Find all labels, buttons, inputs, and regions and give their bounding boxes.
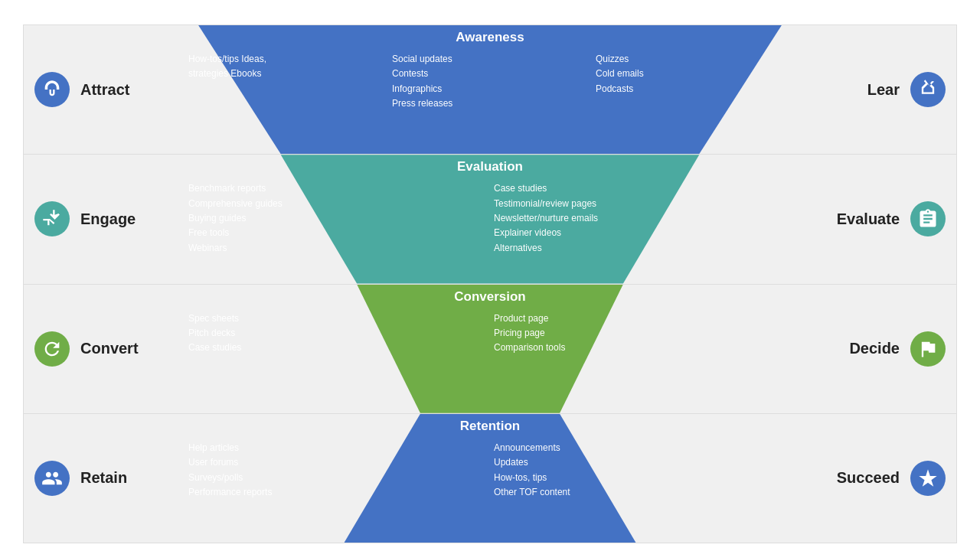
right-label-conversion: Decide <box>849 340 900 357</box>
funnel-header-retention: Retention <box>173 414 807 438</box>
circle-icon-left-conversion <box>34 331 70 367</box>
side-left-retention: Retain <box>24 414 173 543</box>
right-label-awareness: Lear <box>867 81 900 99</box>
funnel-item: How-tos, tips <box>494 471 792 484</box>
funnel-col-2-retention: AnnouncementsUpdatesHow-tos, tipsOther T… <box>494 442 792 536</box>
funnel-item: Cold emails <box>596 67 792 80</box>
funnel-content-evaluation: Benchmark reportsComprehensive guidesBuy… <box>173 178 807 283</box>
funnel-item: Explainer videos <box>494 227 792 240</box>
funnel-item: Case studies <box>494 182 792 195</box>
funnel-item: Alternatives <box>494 242 792 255</box>
funnel-item: Contests <box>392 67 588 80</box>
funnel-col-1-awareness: How-tos/tips Ideas,strategies Ebooks <box>188 53 384 148</box>
funnel-item: Press releases <box>392 97 588 110</box>
funnel-item: Webinars <box>188 242 486 255</box>
funnel-center-awareness: Awareness How-tos/tips Ideas,strategies … <box>173 25 807 154</box>
funnel-wrapper: Attract Awareness How-tos/tips Ideas,str… <box>23 24 957 543</box>
funnel-row-conversion: Convert Conversion Spec sheetsPitch deck… <box>24 285 956 414</box>
funnel-item: Pitch decks <box>188 327 486 340</box>
circle-icon-right-conversion <box>910 331 946 367</box>
funnel-item: Benchmark reports <box>188 182 486 195</box>
funnel-content-retention: Help articlesUser forumsSurveys/pollsPer… <box>173 438 807 543</box>
funnel-item: Announcements <box>494 442 792 455</box>
side-left-conversion: Convert <box>24 285 173 413</box>
funnel-item: Social updates <box>392 53 588 66</box>
right-label-evaluation: Evaluate <box>837 210 900 228</box>
funnel-item: Product page <box>494 312 792 325</box>
funnel-item: Performance reports <box>188 486 486 499</box>
funnel-header-awareness: Awareness <box>173 25 807 49</box>
circle-icon-right-retention <box>910 461 946 496</box>
funnel-item: Quizzes <box>596 53 792 66</box>
left-label-retention: Retain <box>80 469 127 487</box>
side-left-evaluation: Engage <box>24 155 173 283</box>
funnel-item: Help articles <box>188 442 486 455</box>
funnel-col-3: QuizzesCold emailsPodcasts <box>596 53 792 148</box>
side-left-awareness: Attract <box>24 25 173 154</box>
funnel-item: strategies Ebooks <box>188 67 384 80</box>
funnel-center-evaluation: Evaluation Benchmark reportsComprehensiv… <box>173 155 807 283</box>
circle-icon-left-evaluation <box>34 201 70 236</box>
funnel-col-2-conversion: Product pagePricing pageComparison tools <box>494 312 792 407</box>
side-right-awareness: Lear <box>807 25 956 154</box>
funnel-item: Pricing page <box>494 327 792 340</box>
left-label-awareness: Attract <box>80 81 129 99</box>
funnel-shape-evaluation: Evaluation Benchmark reportsComprehensiv… <box>173 155 807 283</box>
funnel-col-2-evaluation: Case studiesTestimonial/review pagesNews… <box>494 182 792 277</box>
page: Attract Awareness How-tos/tips Ideas,str… <box>0 0 980 551</box>
circle-icon-left-retention <box>34 461 70 496</box>
funnel-item: User forums <box>188 456 486 469</box>
funnel-header-conversion: Conversion <box>173 285 807 308</box>
funnel-item: Free tools <box>188 227 486 240</box>
funnel-item: Buying guides <box>188 212 486 225</box>
circle-icon-left-awareness <box>34 72 70 107</box>
left-label-conversion: Convert <box>80 340 139 357</box>
funnel-shape-retention: Retention Help articlesUser forumsSurvey… <box>173 414 807 543</box>
funnel-item: Spec sheets <box>188 312 486 325</box>
funnel-item: Comparison tools <box>494 341 792 354</box>
funnel-item: Podcasts <box>596 83 792 96</box>
funnel-shape-awareness: Awareness How-tos/tips Ideas,strategies … <box>173 25 807 154</box>
funnel-content-awareness: How-tos/tips Ideas,strategies Ebooks Soc… <box>173 49 807 154</box>
funnel-center-retention: Retention Help articlesUser forumsSurvey… <box>173 414 807 543</box>
funnel-col-1-conversion: Spec sheetsPitch decksCase studies <box>188 312 486 407</box>
funnel-row-awareness: Attract Awareness How-tos/tips Ideas,str… <box>24 25 956 155</box>
funnel-row-retention: Retain Retention Help articlesUser forum… <box>24 414 956 543</box>
funnel-item: Comprehensive guides <box>188 197 486 210</box>
funnel-item: Testimonial/review pages <box>494 197 792 210</box>
funnel-item: Case studies <box>188 341 486 354</box>
funnel-content-conversion: Spec sheetsPitch decksCase studies Produ… <box>173 308 807 413</box>
funnel-item: Infographics <box>392 83 588 96</box>
funnel-col-1-evaluation: Benchmark reportsComprehensive guidesBuy… <box>188 182 486 277</box>
funnel-item: Surveys/polls <box>188 471 486 484</box>
funnel-item: Newsletter/nurture emails <box>494 212 792 225</box>
circle-icon-right-awareness <box>910 72 946 107</box>
funnel-item: How-tos/tips Ideas, <box>188 53 384 66</box>
funnel-item: Other TOF content <box>494 486 792 499</box>
right-label-retention: Succeed <box>837 469 900 487</box>
side-right-conversion: Decide <box>807 285 956 413</box>
funnel-col-1-retention: Help articlesUser forumsSurveys/pollsPer… <box>188 442 486 536</box>
funnel-center-conversion: Conversion Spec sheetsPitch decksCase st… <box>173 285 807 413</box>
funnel-item: Updates <box>494 456 792 469</box>
side-right-evaluation: Evaluate <box>807 155 956 283</box>
circle-icon-right-evaluation <box>910 201 946 236</box>
funnel-shape-conversion: Conversion Spec sheetsPitch decksCase st… <box>173 285 807 413</box>
funnel-col-2-awareness: Social updatesContestsInfographicsPress … <box>392 53 588 148</box>
left-label-evaluation: Engage <box>80 210 136 228</box>
side-right-retention: Succeed <box>807 414 956 543</box>
funnel-header-evaluation: Evaluation <box>173 155 807 178</box>
funnel-row-evaluation: Engage Evaluation Benchmark reportsCompr… <box>24 155 956 284</box>
